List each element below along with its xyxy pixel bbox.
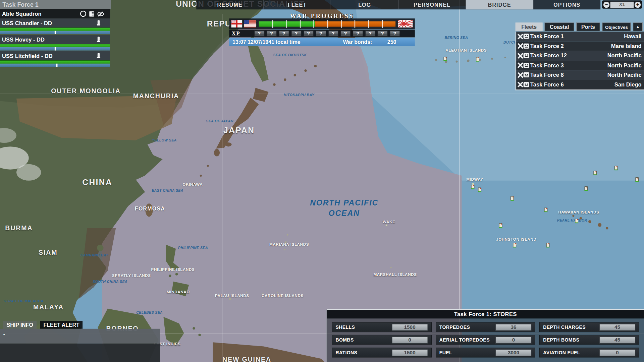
- xp-mystery-slot[interactable]: ?: [328, 31, 338, 37]
- xp-mystery-slot[interactable]: ?: [303, 31, 314, 37]
- war-progress-bar: [259, 21, 395, 26]
- ship-marker[interactable]: [575, 219, 578, 223]
- menu-tab-options[interactable]: OPTIONS: [533, 0, 600, 9]
- menu-tab-bridge[interactable]: BRIDGE: [466, 0, 533, 9]
- ship-marker[interactable]: [584, 186, 588, 190]
- war-bonds-label: War bonds:: [343, 39, 372, 45]
- menu-tab-personnel[interactable]: PERSONNEL: [398, 0, 466, 9]
- formation-circle-icon[interactable]: [80, 11, 86, 17]
- ship-marker[interactable]: [614, 166, 618, 170]
- ship-marker[interactable]: [499, 223, 502, 227]
- ship-row[interactable]: USS Hovey - DD: [0, 35, 110, 51]
- remove-x-icon[interactable]: [518, 43, 523, 49]
- remove-x-icon[interactable]: [518, 72, 523, 78]
- xp-slot-row: ????????????: [254, 31, 400, 37]
- ship-marker[interactable]: [511, 196, 514, 200]
- task-force-row[interactable]: Task Force 1 Hawaii: [516, 32, 644, 41]
- menu-tab-resume[interactable]: RESUME: [196, 0, 263, 9]
- ship-row[interactable]: USS Chandler - DD: [0, 18, 110, 34]
- task-force-row[interactable]: Task Force 8 North Pacific: [516, 70, 644, 80]
- store-cell: AVIATION FUEL 0: [539, 348, 639, 357]
- crew-morale-face-icon: [523, 72, 529, 78]
- ship-marker[interactable]: [593, 171, 597, 175]
- orders-list-icon[interactable]: [89, 11, 94, 16]
- task-force-row[interactable]: Task Force 12 North Pacific: [516, 51, 644, 61]
- map-label: SEA OF JAPAN: [206, 119, 233, 123]
- tab-ports[interactable]: Ports: [576, 22, 600, 31]
- remove-x-icon[interactable]: [518, 82, 523, 87]
- menu-tab-fleet[interactable]: FLEET: [263, 0, 331, 9]
- xp-mystery-slot[interactable]: ?: [365, 31, 375, 37]
- ship-marker[interactable]: [635, 177, 639, 181]
- squadron-row[interactable]: Able Squadron: [0, 9, 110, 18]
- task-force-location: Hawaii: [624, 33, 641, 39]
- ship-status-bar: [0, 64, 110, 67]
- xp-mystery-slot[interactable]: ?: [266, 31, 277, 37]
- xp-mystery-slot[interactable]: ?: [377, 31, 388, 37]
- map-label: CAMRANH BAY: [80, 253, 108, 257]
- game-screen: UNION OF SOVIET SOCIALISTREPUBLICSOUTER …: [0, 0, 644, 362]
- xp-mystery-slot[interactable]: ?: [291, 31, 302, 37]
- map-label: SEA OF OKHOTSK: [273, 53, 307, 57]
- ship-marker[interactable]: [546, 243, 550, 247]
- time-compression-decrease-button[interactable]: −: [603, 1, 609, 7]
- task-force-row[interactable]: Task Force 2 Mare Island: [516, 41, 644, 51]
- xp-mystery-slot[interactable]: ?: [316, 31, 326, 37]
- status-marker: [54, 47, 56, 51]
- xp-mystery-slot[interactable]: ?: [353, 31, 363, 37]
- store-value: 36: [495, 324, 532, 331]
- progress-tick: [368, 20, 369, 27]
- visibility-off-icon[interactable]: [97, 11, 104, 16]
- map-label: CHINA: [82, 178, 112, 187]
- ship-marker[interactable]: [513, 243, 516, 247]
- store-value: 0: [495, 336, 532, 343]
- ship-marker[interactable]: [476, 57, 479, 61]
- tab-ship-info[interactable]: SHIP INFO: [3, 321, 37, 329]
- ship-row[interactable]: USS Litchfield - DD: [0, 51, 110, 67]
- ship-icon: [96, 20, 101, 26]
- map-label: PEARL HARBOR: [557, 218, 587, 222]
- ship-marker[interactable]: [478, 188, 481, 192]
- store-label: TORPEDOES: [439, 325, 470, 330]
- status-marker: [54, 31, 56, 34]
- map-label: HITOKAPPU BAY: [284, 93, 315, 97]
- stores-grid: SHELLS 1500 TORPEDOES 36 DEPTH CHARGES 4…: [327, 318, 644, 361]
- crew-morale-face-icon: [523, 81, 529, 87]
- remove-x-icon[interactable]: [518, 53, 523, 59]
- task-force-name: Task Force 12: [530, 53, 567, 59]
- progress-tick: [286, 20, 287, 27]
- task-force-row[interactable]: Task Force 3 North Pacific: [516, 61, 644, 70]
- time-compression-increase-button[interactable]: +: [635, 1, 641, 7]
- japan-naval-ensign-flag: [398, 20, 413, 27]
- tab-fleet-alert[interactable]: FLEET ALERT: [40, 321, 83, 329]
- store-label: AERIAL TORPEDOES: [439, 338, 490, 343]
- xp-mystery-slot[interactable]: ?: [279, 31, 289, 37]
- task-force-name: Task Force 3: [530, 62, 564, 68]
- map-label: OKINAWA: [182, 182, 203, 186]
- map-label: OUTER MONGOLIA: [51, 87, 120, 95]
- task-force-row[interactable]: Task Force 6 San Diego: [516, 80, 644, 89]
- menu-tab-log[interactable]: LOG: [331, 0, 398, 9]
- tab-coastal[interactable]: Coastal: [545, 22, 574, 31]
- map-label: STRAIT OF MALACCA: [3, 299, 43, 303]
- tab-objectives[interactable]: Objectives: [602, 22, 631, 31]
- store-value: 0: [599, 349, 636, 356]
- remove-x-icon[interactable]: [518, 34, 523, 39]
- ship-name: USS Litchfield - DD: [2, 53, 53, 59]
- ship-status-bar: [0, 31, 110, 34]
- remove-x-icon[interactable]: [518, 62, 523, 68]
- task-force-list: Task Force 1 Hawaii Task Force 2 Mare Is…: [516, 32, 644, 90]
- map-label: FORMOSA: [135, 205, 165, 212]
- ship-marker[interactable]: [443, 57, 447, 61]
- map-label: PHILIPPINE SEA: [178, 246, 208, 250]
- xp-mystery-slot[interactable]: ?: [254, 31, 265, 37]
- ship-marker[interactable]: [471, 185, 474, 189]
- collapse-panel-button[interactable]: ▲: [633, 22, 643, 31]
- ship-marker[interactable]: [544, 208, 547, 212]
- progress-tick: [382, 20, 382, 27]
- map-label: CELEBES SEA: [136, 310, 163, 314]
- store-cell: TORPEDOES 36: [436, 322, 535, 332]
- tab-fleets[interactable]: Fleets: [516, 22, 543, 31]
- xp-mystery-slot[interactable]: ?: [340, 31, 351, 37]
- xp-mystery-slot[interactable]: ?: [390, 31, 400, 37]
